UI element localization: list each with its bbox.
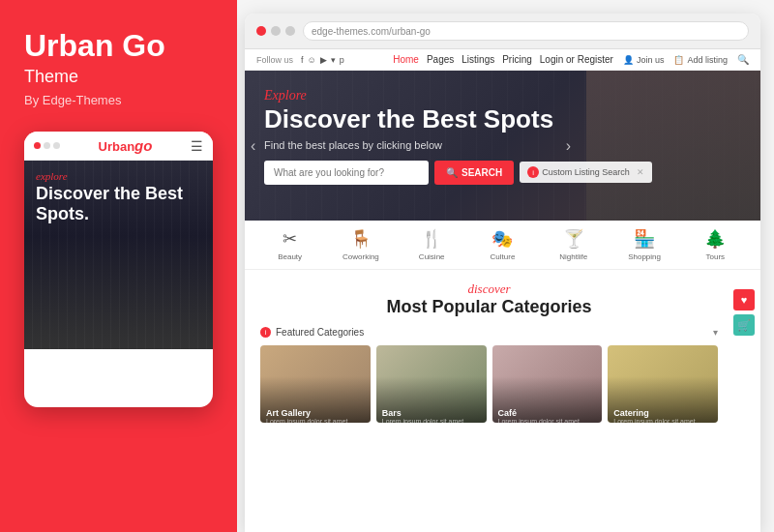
nav-links: Home Pages Listings Pricing Login or Reg…	[393, 54, 613, 65]
category-icons-row: ✂ Beauty 🪑 Coworking 🍴 Cuisine 🎭 Culture…	[245, 221, 760, 270]
right-panel: edge-themes.com/urban-go Follow us f ☺ ▶…	[245, 14, 760, 532]
featured-info-icon: i	[260, 327, 271, 338]
search-icon: 🔍	[446, 167, 458, 178]
brand-by: By Edge-Themes	[24, 93, 213, 107]
beauty-icon: ✂	[283, 228, 297, 250]
browser-dot-2	[271, 26, 281, 36]
cat-card-art-gallery[interactable]: Art Gallery Lorem ipsum dolor sit amet	[260, 345, 371, 423]
nightlife-label: Nightlife	[559, 252, 587, 261]
nav-right: Home Pages Listings Pricing Login or Reg…	[393, 54, 749, 65]
browser-chrome: edge-themes.com/urban-go	[245, 14, 760, 49]
hero-next-arrow[interactable]: ›	[566, 137, 571, 155]
social-twitter[interactable]: ▾	[331, 55, 336, 65]
culture-icon: 🎭	[491, 228, 513, 250]
mobile-explore-script: explore	[36, 170, 201, 182]
hero-headline: Discover the Best Spots	[264, 105, 564, 133]
tours-icon: 🌲	[704, 228, 726, 250]
hero-section: ‹ › Explore Discover the Best Spots Find…	[245, 71, 760, 221]
social-youtube[interactable]: ▶	[320, 55, 327, 65]
shopping-label: Shopping	[628, 252, 661, 261]
float-cart-button[interactable]: 🛒	[733, 314, 755, 336]
mobile-headline: Discover the Best Spots.	[36, 184, 201, 223]
cat-tours[interactable]: 🌲 Tours	[680, 228, 751, 261]
mobile-mockup: Urbango ☰ explore Discover the Best Spot…	[24, 132, 213, 407]
cuisine-icon: 🍴	[421, 228, 442, 250]
nav-join-us[interactable]: 👤 Join us	[623, 55, 665, 65]
mobile-hero: explore Discover the Best Spots. 🔍 SEARC…	[24, 161, 213, 349]
catering-sublabel: Lorem ipsum dolor sit amet	[613, 418, 707, 423]
social-pinterest[interactable]: p	[340, 55, 344, 65]
left-panel: Urban Go Theme By Edge-Themes Urbango ☰ …	[0, 0, 237, 532]
beauty-label: Beauty	[278, 252, 302, 261]
hero-explore-script: Explore	[264, 88, 741, 103]
hero-prev-arrow[interactable]: ‹	[251, 137, 255, 155]
popular-categories-title: Most Popular Categories	[260, 297, 718, 317]
nav-pages[interactable]: Pages	[427, 54, 454, 65]
nav-home[interactable]: Home	[393, 54, 419, 65]
hero-search-row: 🔍 SEARCH i Custom Listing Search ✕	[264, 161, 741, 185]
search-btn-label: SEARCH	[461, 167, 502, 178]
mobile-hamburger[interactable]: ☰	[191, 138, 203, 154]
social-facebook[interactable]: f	[301, 55, 304, 65]
bars-label: Bars	[382, 408, 402, 418]
browser-url-bar[interactable]: edge-themes.com/urban-go	[303, 21, 749, 41]
shopping-icon: 🏪	[634, 228, 655, 250]
person-icon: 👤	[623, 55, 634, 65]
featured-dropdown-arrow[interactable]: ▾	[713, 327, 718, 338]
float-wishlist-button[interactable]: ♥	[733, 289, 755, 310]
nav-pricing[interactable]: Pricing	[502, 54, 532, 65]
nav-listings[interactable]: Listings	[461, 54, 494, 65]
main-content: discover Most Popular Categories i Featu…	[245, 270, 733, 532]
browser-dots	[256, 26, 295, 36]
featured-filter: i Featured Categories ▾	[260, 327, 718, 338]
cafe-label: Café	[498, 408, 518, 418]
discover-script-label: discover	[260, 281, 718, 297]
mobile-dot-3	[53, 142, 60, 149]
mobile-dot-red	[34, 142, 41, 149]
site-top-nav: Follow us f ☺ ▶ ▾ p Home Pages Listings …	[245, 49, 760, 71]
add-listing-icon: 📋	[673, 55, 684, 65]
cat-card-cafe[interactable]: Café Lorem ipsum dolor sit amet	[492, 345, 603, 423]
nav-add-listing[interactable]: 📋 Add listing	[673, 55, 728, 65]
culture-label: Culture	[491, 252, 516, 261]
nav-login[interactable]: Login or Register	[540, 54, 613, 65]
brand-subtitle: Theme	[24, 67, 213, 87]
follow-us-label: Follow us	[256, 55, 293, 65]
search-nav-icon[interactable]: 🔍	[737, 54, 749, 65]
cat-shopping[interactable]: 🏪 Shopping	[609, 228, 679, 261]
mobile-dot-2	[44, 142, 50, 149]
social-instagram[interactable]: ☺	[308, 55, 316, 65]
catering-label: Catering	[613, 408, 649, 418]
browser-dot-red	[256, 26, 266, 36]
cat-coworking[interactable]: 🪑 Coworking	[325, 228, 396, 261]
categories-grid: Art Gallery Lorem ipsum dolor sit amet B…	[260, 345, 718, 423]
cuisine-label: Cuisine	[419, 252, 445, 261]
cat-card-bars[interactable]: Bars Lorem ipsum dolor sit amet	[376, 345, 487, 423]
coworking-label: Coworking	[342, 252, 379, 261]
brand-title: Urban Go	[24, 29, 213, 63]
bottom-section: discover Most Popular Categories i Featu…	[245, 270, 760, 532]
art-gallery-label: Art Gallery	[266, 408, 311, 418]
cat-nightlife[interactable]: 🍸 Nightlife	[538, 228, 609, 261]
mobile-logo: Urbango	[99, 137, 153, 154]
hero-search-button[interactable]: 🔍 SEARCH	[434, 161, 514, 185]
featured-label: Featured Categories	[276, 327, 364, 338]
coworking-icon: 🪑	[350, 228, 372, 250]
mobile-hero-content: explore Discover the Best Spots.	[36, 170, 201, 223]
bars-sublabel: Lorem ipsum dolor sit amet	[382, 418, 476, 423]
float-btn-container: ♥ 🛒	[733, 270, 755, 532]
cat-card-catering[interactable]: Catering Lorem ipsum dolor sit amet	[608, 345, 718, 423]
custom-listing-search[interactable]: i Custom Listing Search ✕	[520, 162, 652, 183]
browser-dot-3	[285, 26, 295, 36]
social-icons: f ☺ ▶ ▾ p	[301, 55, 344, 65]
cat-cuisine[interactable]: 🍴 Cuisine	[397, 228, 467, 261]
cat-culture[interactable]: 🎭 Culture	[467, 228, 538, 261]
hero-content: Explore Discover the Best Spots Find the…	[245, 71, 760, 198]
info-icon: i	[527, 166, 539, 178]
close-x-icon: ✕	[637, 167, 644, 177]
hero-search-input[interactable]	[264, 161, 429, 185]
tours-label: Tours	[706, 252, 726, 261]
cat-beauty[interactable]: ✂ Beauty	[254, 228, 325, 261]
art-gallery-sublabel: Lorem ipsum dolor sit amet	[266, 418, 360, 423]
cafe-sublabel: Lorem ipsum dolor sit amet	[498, 418, 592, 423]
